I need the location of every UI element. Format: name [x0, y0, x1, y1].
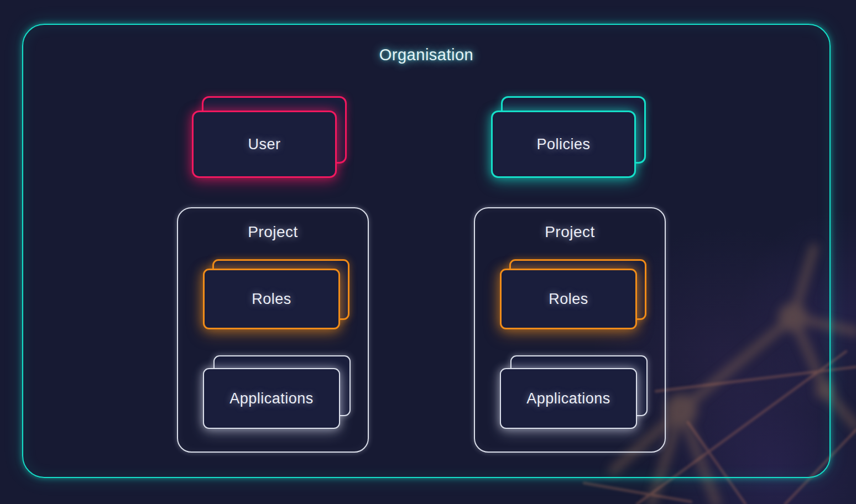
applications-card-label: Applications: [229, 390, 314, 407]
project-container-2: Project Roles Applications: [474, 207, 666, 453]
applications-card-label: Applications: [526, 390, 610, 407]
user-card-stack: User: [192, 96, 348, 179]
organisation-container: Organisation User Policies Project Roles: [22, 24, 831, 478]
project-container-1: Project Roles Applications: [177, 207, 369, 453]
policies-card-stack: Policies: [491, 96, 647, 179]
policies-card-label: Policies: [536, 136, 590, 153]
roles-card-label: Roles: [549, 291, 588, 308]
policies-card: Policies: [491, 111, 636, 178]
roles-card-stack: Roles: [500, 259, 647, 331]
roles-card: Roles: [203, 269, 340, 329]
roles-card: Roles: [500, 269, 637, 329]
user-card-label: User: [248, 136, 280, 153]
applications-card: Applications: [203, 368, 340, 429]
applications-card: Applications: [500, 368, 637, 429]
roles-card-label: Roles: [252, 291, 291, 308]
project-title: Project: [178, 223, 368, 241]
applications-card-stack: Applications: [203, 355, 350, 427]
user-card: User: [192, 111, 337, 178]
diagram-canvas: Organisation User Policies Project Roles: [0, 0, 856, 504]
roles-card-stack: Roles: [203, 259, 350, 331]
applications-card-stack: Applications: [500, 355, 647, 427]
organisation-title: Organisation: [23, 46, 829, 64]
project-title: Project: [475, 223, 665, 241]
